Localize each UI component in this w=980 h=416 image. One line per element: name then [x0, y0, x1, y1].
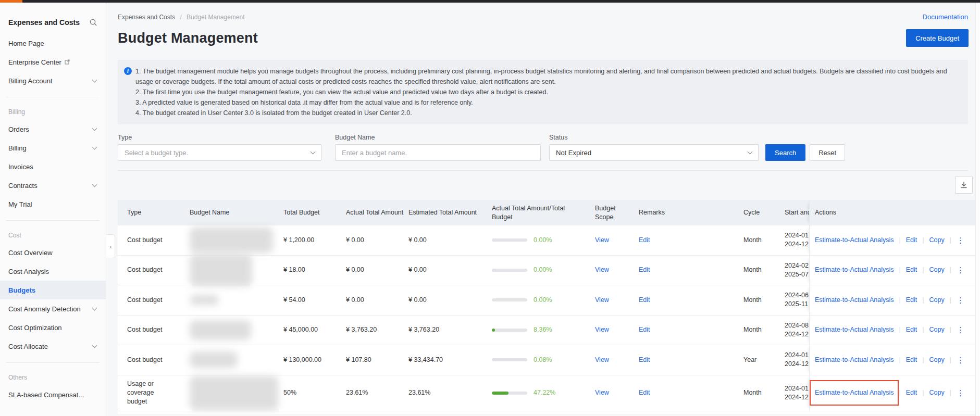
sidebar-item-cost-optimization[interactable]: Cost Optimization — [0, 318, 106, 337]
reset-button[interactable]: Reset — [810, 144, 845, 161]
estimate-to-actual-analysis-link[interactable]: Estimate-to-Actual Analysis — [815, 296, 894, 305]
column-header-actual-total: Actual Total Amount — [346, 208, 408, 217]
edit-remarks-link[interactable]: Edit — [639, 356, 650, 363]
edit-action-link[interactable]: Edit — [906, 325, 917, 334]
type-select[interactable]: Select a budget type. — [118, 144, 321, 161]
copy-action-link[interactable]: Copy — [929, 325, 945, 334]
estimate-to-actual-analysis-link[interactable]: Estimate-to-Actual Analysis — [815, 389, 894, 396]
scrollbar-gutter[interactable] — [975, 3, 980, 416]
sidebar-item-home-page[interactable]: Home Page — [0, 34, 106, 53]
progress-bar-fill — [492, 329, 495, 332]
start-date: 2024-08 — [785, 321, 808, 330]
budget-name-cell — [190, 351, 283, 368]
action-separator: | — [899, 236, 900, 245]
info-icon: i — [124, 67, 132, 75]
edit-remarks-link[interactable]: Edit — [639, 296, 650, 304]
column-header-start-end-dates: Start and Dates — [785, 208, 809, 217]
edit-remarks-link[interactable]: Edit — [639, 389, 650, 396]
copy-action-link[interactable]: Copy — [929, 266, 945, 274]
remarks-cell: Edit — [639, 266, 743, 274]
sidebar: Expenses and Costs Home PageEnterprise C… — [0, 3, 106, 416]
sidebar-item-cost-allocate[interactable]: Cost Allocate — [0, 337, 106, 356]
sidebar-item-text: Budgets — [8, 286, 35, 294]
estimated-total-cell: ¥ 33,434.70 — [408, 356, 492, 364]
sidebar-item-my-trial[interactable]: My Trial — [0, 195, 106, 213]
action-separator: | — [922, 356, 924, 364]
budget-name-cell — [190, 254, 283, 286]
sidebar-item-text: Billing — [8, 144, 27, 152]
status-select[interactable]: Not Expired — [549, 144, 759, 161]
view-scope-link[interactable]: View — [595, 296, 609, 304]
sidebar-item-orders[interactable]: Orders — [0, 120, 106, 138]
sidebar-item-contracts[interactable]: Contracts — [0, 176, 106, 195]
estimate-to-actual-analysis-link[interactable]: Estimate-to-Actual Analysis — [815, 236, 894, 245]
copy-action-link[interactable]: Copy — [929, 236, 945, 245]
action-separator: | — [950, 388, 951, 397]
create-budget-button[interactable]: Create Budget — [906, 29, 969, 47]
end-date: 2025-11 — [785, 300, 808, 309]
redacted-budget-name — [190, 254, 252, 286]
sidebar-item-cost-overview[interactable]: Cost Overview — [0, 243, 106, 262]
view-scope-link[interactable]: View — [595, 356, 609, 363]
more-actions-kebab-icon[interactable]: ⋮ — [957, 325, 964, 334]
sidebar-item-sla-based-compensat[interactable]: SLA-based Compensat... — [0, 385, 106, 404]
sidebar-item-budgets[interactable]: Budgets — [0, 281, 106, 299]
copy-action-link[interactable]: Copy — [929, 388, 945, 397]
start-end-dates-cell: 2024-012024-12 — [785, 351, 809, 369]
sidebar-collapse-handle[interactable]: ‹ — [106, 234, 115, 258]
sidebar-item-label: Home Page — [8, 40, 44, 47]
table-row: Cost budget¥ 54.00¥ 0.00¥ 0.000.00%ViewE… — [118, 285, 975, 316]
copy-action-link[interactable]: Copy — [929, 296, 945, 305]
sidebar-item-cost-anomaly-detection[interactable]: Cost Anomaly Detection — [0, 299, 106, 318]
page-title: Budget Management — [118, 30, 258, 46]
ratio-percent-label: 0.00% — [534, 296, 552, 305]
edit-action-link[interactable]: Edit — [906, 236, 917, 245]
estimate-to-actual-analysis-link[interactable]: Estimate-to-Actual Analysis — [815, 266, 894, 274]
sidebar-item-text: Cost Analysis — [8, 268, 49, 275]
budget-table: Type Budget Name Total Budget Actual Tot… — [118, 200, 975, 414]
more-actions-kebab-icon[interactable]: ⋮ — [957, 266, 964, 274]
more-actions-kebab-icon[interactable]: ⋮ — [957, 296, 964, 305]
documentation-link[interactable]: Documentation — [923, 13, 968, 21]
column-header-budget-name: Budget Name — [190, 208, 283, 217]
edit-remarks-link[interactable]: Edit — [639, 266, 650, 273]
sidebar-item-enterprise-center[interactable]: Enterprise Center — [0, 53, 106, 71]
more-actions-kebab-icon[interactable]: ⋮ — [957, 356, 964, 364]
estimate-to-actual-analysis-link[interactable]: Estimate-to-Actual Analysis — [815, 356, 894, 364]
view-scope-link[interactable]: View — [595, 236, 609, 244]
sidebar-item-billing[interactable]: Billing — [0, 138, 106, 157]
filter-bar: Type Select a budget type. Budget Name S… — [118, 134, 968, 161]
edit-action-link[interactable]: Edit — [906, 296, 917, 305]
progress-bar — [492, 358, 527, 361]
view-scope-link[interactable]: View — [595, 326, 609, 333]
budget-name-input[interactable] — [342, 149, 534, 157]
ratio-cell: 0.00% — [492, 296, 595, 305]
more-actions-kebab-icon[interactable]: ⋮ — [957, 388, 964, 397]
more-actions-kebab-icon[interactable]: ⋮ — [957, 236, 964, 245]
sidebar-item-invoices[interactable]: Invoices — [0, 157, 106, 176]
edit-remarks-link[interactable]: Edit — [639, 236, 650, 244]
edit-action-link[interactable]: Edit — [906, 388, 917, 397]
download-button[interactable] — [955, 176, 973, 194]
sidebar-item-text: Cost Allocate — [8, 343, 48, 350]
sidebar-item-cost-analysis[interactable]: Cost Analysis — [0, 262, 106, 281]
view-scope-link[interactable]: View — [595, 266, 609, 273]
search-icon[interactable] — [89, 18, 97, 27]
copy-action-link[interactable]: Copy — [929, 356, 945, 364]
sidebar-item-label: Enterprise Center — [8, 58, 70, 66]
table-header-row: Type Budget Name Total Budget Actual Tot… — [118, 200, 975, 225]
sidebar-item-billing-account[interactable]: Billing Account — [0, 71, 106, 90]
edit-action-link[interactable]: Edit — [906, 266, 917, 274]
edit-action-link[interactable]: Edit — [906, 356, 917, 364]
view-scope-link[interactable]: View — [595, 389, 609, 396]
search-button[interactable]: Search — [765, 144, 805, 161]
sidebar-item-label: Cost Optimization — [8, 324, 62, 332]
breadcrumb-root[interactable]: Expenses and Costs — [118, 14, 175, 21]
estimate-to-actual-analysis-link[interactable]: Estimate-to-Actual Analysis — [815, 325, 894, 334]
budget-type-cell: Cost budget — [118, 266, 190, 274]
budget-scope-cell: View — [595, 296, 639, 305]
action-separator: | — [899, 266, 900, 274]
budget-type-cell: Cost budget — [118, 325, 190, 334]
edit-remarks-link[interactable]: Edit — [639, 326, 650, 333]
start-date: 2024-02 — [785, 261, 808, 270]
